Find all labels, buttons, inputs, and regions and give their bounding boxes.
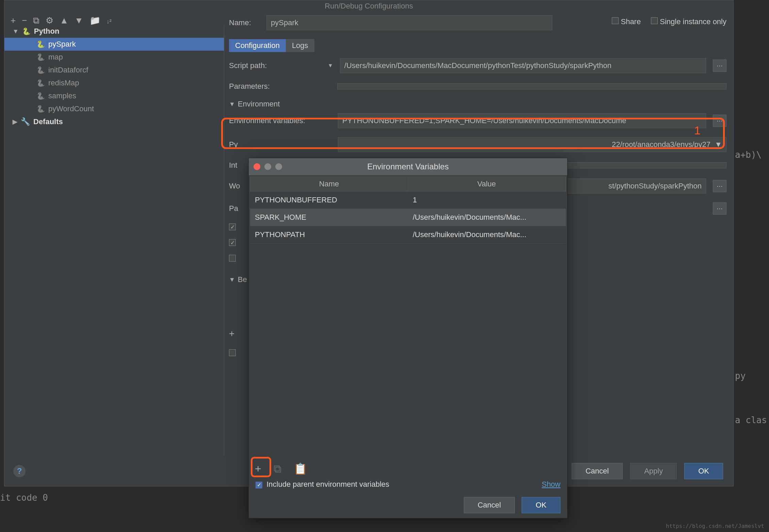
python-icon: 🐍 bbox=[36, 53, 45, 61]
cancel-button[interactable]: Cancel bbox=[572, 463, 623, 479]
python-icon: 🐍 bbox=[36, 40, 45, 48]
apply-button[interactable]: Apply bbox=[630, 463, 677, 479]
python-icon: 🐍 bbox=[22, 27, 31, 35]
table-row[interactable]: PYTHONUNBUFFERED 1 bbox=[250, 192, 566, 209]
script-path-browse-button[interactable]: ⋯ bbox=[713, 60, 726, 72]
config-tree: ▼ 🐍 Python 🐍pySpark 🐍map 🐍initDataforcf … bbox=[4, 25, 224, 455]
working-dir-browse-button[interactable]: ⋯ bbox=[713, 180, 726, 192]
tab-logs[interactable]: Logs bbox=[286, 39, 314, 52]
python-icon: 🐍 bbox=[36, 79, 45, 87]
folder-icon[interactable] bbox=[89, 15, 100, 26]
help-icon[interactable]: ? bbox=[13, 465, 26, 477]
checkbox-2[interactable]: ✓ bbox=[229, 239, 236, 246]
env-vars-input[interactable]: PYTHONUNBUFFERED=1;SPARK_HOME=/Users/hui… bbox=[338, 113, 706, 128]
annotation-number-1: 1 bbox=[694, 124, 701, 137]
checkbox-show[interactable] bbox=[229, 349, 236, 356]
dialog-ok-button[interactable]: OK bbox=[522, 497, 560, 513]
show-link[interactable]: Show bbox=[542, 480, 560, 489]
tree-item-pywordcount[interactable]: 🐍pyWordCount bbox=[4, 102, 224, 115]
chevron-down-icon: ▼ bbox=[13, 28, 19, 35]
env-vars-label: Environment variables: bbox=[229, 116, 331, 125]
copy-icon[interactable]: ⧉ bbox=[272, 461, 283, 477]
up-icon[interactable]: ▲ bbox=[60, 15, 68, 26]
include-parent-checkbox[interactable]: ✓ Include parent environment variables bbox=[256, 480, 389, 489]
sort-icon[interactable] bbox=[107, 15, 112, 26]
dialog-titlebar[interactable]: Environment Variables bbox=[249, 158, 567, 175]
parameters-input[interactable] bbox=[337, 83, 726, 89]
env-name-cell: SPARK_HOME bbox=[250, 209, 408, 226]
tree-defaults-group[interactable]: ▶ 🔧 Defaults bbox=[4, 115, 224, 128]
watermark: https://blog.csdn.net/Jameslvt bbox=[666, 523, 764, 529]
dialog-title: Environment Variables bbox=[249, 162, 567, 171]
down-icon[interactable]: ▼ bbox=[75, 15, 83, 26]
parameters-label: Parameters: bbox=[229, 82, 321, 91]
python-icon: 🐍 bbox=[36, 66, 45, 74]
env-value-cell: 1 bbox=[408, 192, 566, 209]
gear-icon[interactable] bbox=[46, 15, 53, 26]
script-path-label: Script path: bbox=[229, 61, 321, 70]
script-path-input[interactable]: /Users/huikevin/Documents/MacDocument/py… bbox=[340, 58, 706, 73]
tree-python-group[interactable]: ▼ 🐍 Python bbox=[4, 25, 224, 38]
table-row[interactable]: SPARK_HOME /Users/huikevin/Documents/Mac… bbox=[250, 209, 566, 226]
dialog-toolbar: + ⧉ 📋 bbox=[253, 460, 309, 477]
tab-configuration[interactable]: Configuration bbox=[229, 39, 286, 52]
python-interpreter-select[interactable]: 22/root/anaconda3/envs/py27 ▼ bbox=[338, 137, 726, 152]
chevron-down-icon[interactable]: ▼ bbox=[328, 63, 333, 69]
remove-icon[interactable]: − bbox=[22, 15, 27, 26]
name-label: Name: bbox=[229, 18, 260, 27]
env-name-cell: PYTHONPATH bbox=[250, 226, 408, 243]
exit-code-text: it code 0 bbox=[0, 493, 48, 503]
table-row[interactable]: PYTHONPATH /Users/huikevin/Documents/Mac… bbox=[250, 226, 566, 244]
chevron-down-icon: ▼ bbox=[229, 276, 235, 283]
background-code-snippet: a+b)\ py a clas bbox=[735, 0, 769, 532]
python-interpreter-label: Py bbox=[229, 140, 331, 149]
environment-variables-dialog: Environment Variables Name Value PYTHONU… bbox=[248, 158, 568, 518]
python-icon: 🐍 bbox=[36, 92, 45, 100]
environment-section-header[interactable]: ▼ Environment bbox=[229, 100, 726, 109]
wrench-icon: 🔧 bbox=[21, 117, 30, 126]
paste-icon[interactable]: 📋 bbox=[292, 460, 309, 477]
window-title: Run/Debug Configurations bbox=[4, 0, 733, 12]
tree-item-samples[interactable]: 🐍samples bbox=[4, 89, 224, 102]
tree-item-redismap[interactable]: 🐍redisMap bbox=[4, 77, 224, 89]
col-header-name[interactable]: Name bbox=[250, 177, 408, 191]
name-input[interactable]: pySpark bbox=[266, 15, 552, 30]
chevron-right-icon: ▶ bbox=[13, 118, 17, 126]
env-value-cell: /Users/huikevin/Documents/Mac... bbox=[408, 209, 566, 226]
chevron-down-icon: ▼ bbox=[229, 101, 235, 108]
python-icon: 🐍 bbox=[36, 105, 45, 113]
before-launch-add-icon[interactable]: + bbox=[229, 328, 234, 339]
dialog-cancel-button[interactable]: Cancel bbox=[464, 497, 515, 513]
copy-icon[interactable]: ⧉ bbox=[33, 15, 39, 26]
checkbox-3[interactable] bbox=[229, 255, 236, 262]
env-var-table: Name Value PYTHONUNBUFFERED 1 SPARK_HOME… bbox=[250, 177, 566, 244]
annotation-box-2 bbox=[251, 457, 271, 477]
checkbox-1[interactable]: ✓ bbox=[229, 223, 236, 230]
add-icon[interactable]: + bbox=[11, 15, 16, 26]
env-value-cell: /Users/huikevin/Documents/Mac... bbox=[408, 226, 566, 243]
ok-button[interactable]: OK bbox=[684, 463, 723, 479]
col-header-value[interactable]: Value bbox=[408, 177, 566, 191]
tree-item-pyspark[interactable]: 🐍pySpark bbox=[4, 38, 224, 51]
tree-item-initdataforcf[interactable]: 🐍initDataforcf bbox=[4, 64, 224, 77]
env-vars-browse-button[interactable]: ⋯ bbox=[713, 115, 726, 127]
tree-item-map[interactable]: 🐍map bbox=[4, 51, 224, 64]
path-browse-button[interactable]: ⋯ bbox=[713, 202, 726, 215]
env-name-cell: PYTHONUNBUFFERED bbox=[250, 192, 408, 209]
